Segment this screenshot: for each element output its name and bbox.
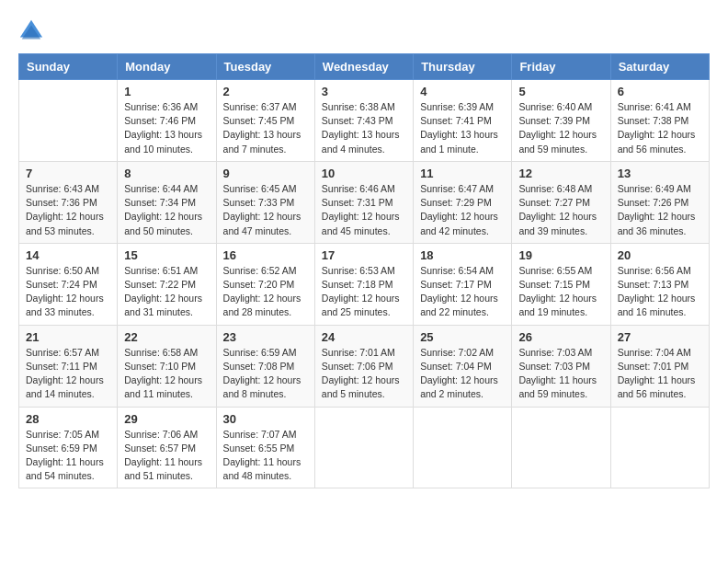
day-number: 26: [518, 330, 603, 344]
day-cell: 23Sunrise: 6:59 AMSunset: 7:08 PMDayligh…: [216, 325, 314, 407]
day-info: Sunrise: 7:04 AMSunset: 7:01 PMDaylight:…: [618, 346, 702, 402]
day-number: 8: [124, 167, 209, 180]
day-cell: 29Sunrise: 7:06 AMSunset: 6:57 PMDayligh…: [118, 407, 216, 488]
day-cell: 28Sunrise: 7:05 AMSunset: 6:59 PMDayligh…: [19, 407, 118, 488]
day-number: 1: [124, 85, 209, 98]
day-number: 21: [26, 330, 110, 344]
week-row-1: 1Sunrise: 6:36 AMSunset: 7:46 PMDaylight…: [19, 80, 710, 162]
day-cell: 8Sunrise: 6:44 AMSunset: 7:34 PMDaylight…: [118, 161, 216, 243]
day-info: Sunrise: 7:01 AMSunset: 7:06 PMDaylight:…: [322, 346, 406, 402]
day-cell: 12Sunrise: 6:48 AMSunset: 7:27 PMDayligh…: [512, 161, 610, 243]
day-cell: 17Sunrise: 6:53 AMSunset: 7:18 PMDayligh…: [314, 243, 413, 325]
day-number: 27: [618, 330, 702, 344]
day-info: Sunrise: 6:40 AMSunset: 7:39 PMDaylight:…: [518, 100, 603, 156]
day-number: 22: [124, 330, 209, 344]
day-cell: 13Sunrise: 6:49 AMSunset: 7:26 PMDayligh…: [610, 161, 709, 243]
day-info: Sunrise: 6:37 AMSunset: 7:45 PMDaylight:…: [223, 100, 308, 156]
day-cell: [414, 407, 512, 488]
day-info: Sunrise: 6:45 AMSunset: 7:33 PMDaylight:…: [223, 182, 308, 238]
day-info: Sunrise: 7:03 AMSunset: 7:03 PMDaylight:…: [518, 346, 603, 402]
day-info: Sunrise: 7:05 AMSunset: 6:59 PMDaylight:…: [26, 428, 110, 484]
weekday-row: SundayMondayTuesdayWednesdayThursdayFrid…: [19, 54, 710, 80]
day-cell: [314, 407, 413, 488]
day-cell: 10Sunrise: 6:46 AMSunset: 7:31 PMDayligh…: [314, 161, 413, 243]
weekday-header-thursday: Thursday: [414, 54, 512, 80]
day-number: 3: [322, 85, 406, 98]
week-row-2: 7Sunrise: 6:43 AMSunset: 7:36 PMDaylight…: [19, 161, 710, 243]
day-cell: 21Sunrise: 6:57 AMSunset: 7:11 PMDayligh…: [19, 325, 118, 407]
day-cell: 1Sunrise: 6:36 AMSunset: 7:46 PMDaylight…: [118, 80, 216, 162]
day-cell: 5Sunrise: 6:40 AMSunset: 7:39 PMDaylight…: [512, 80, 610, 162]
weekday-header-monday: Monday: [118, 54, 216, 80]
day-cell: [19, 80, 118, 162]
day-cell: 9Sunrise: 6:45 AMSunset: 7:33 PMDaylight…: [216, 161, 314, 243]
day-number: 16: [223, 248, 308, 262]
day-number: 5: [518, 85, 603, 98]
day-info: Sunrise: 6:53 AMSunset: 7:18 PMDaylight:…: [322, 264, 406, 320]
day-info: Sunrise: 6:59 AMSunset: 7:08 PMDaylight:…: [223, 346, 308, 402]
day-info: Sunrise: 6:36 AMSunset: 7:46 PMDaylight:…: [124, 100, 209, 156]
weekday-header-tuesday: Tuesday: [216, 54, 314, 80]
week-row-5: 28Sunrise: 7:05 AMSunset: 6:59 PMDayligh…: [19, 407, 710, 488]
day-number: 24: [322, 330, 406, 344]
logo-icon: [18, 18, 44, 44]
day-info: Sunrise: 6:57 AMSunset: 7:11 PMDaylight:…: [26, 346, 110, 402]
weekday-header-friday: Friday: [512, 54, 610, 80]
day-cell: [512, 407, 610, 488]
weekday-header-saturday: Saturday: [610, 54, 709, 80]
day-cell: 14Sunrise: 6:50 AMSunset: 7:24 PMDayligh…: [19, 243, 118, 325]
day-number: 9: [223, 167, 308, 180]
day-number: 6: [618, 85, 702, 98]
day-info: Sunrise: 6:55 AMSunset: 7:15 PMDaylight:…: [518, 264, 603, 320]
day-info: Sunrise: 6:58 AMSunset: 7:10 PMDaylight:…: [124, 346, 209, 402]
day-info: Sunrise: 7:02 AMSunset: 7:04 PMDaylight:…: [420, 346, 505, 402]
day-info: Sunrise: 6:38 AMSunset: 7:43 PMDaylight:…: [322, 100, 406, 156]
calendar-body: 1Sunrise: 6:36 AMSunset: 7:46 PMDaylight…: [19, 80, 710, 488]
day-cell: 11Sunrise: 6:47 AMSunset: 7:29 PMDayligh…: [414, 161, 512, 243]
day-cell: 20Sunrise: 6:56 AMSunset: 7:13 PMDayligh…: [610, 243, 709, 325]
day-number: 17: [322, 248, 406, 262]
day-info: Sunrise: 6:39 AMSunset: 7:41 PMDaylight:…: [420, 100, 505, 156]
day-cell: 16Sunrise: 6:52 AMSunset: 7:20 PMDayligh…: [216, 243, 314, 325]
day-number: 20: [618, 248, 702, 262]
day-number: 10: [322, 167, 406, 180]
day-cell: 6Sunrise: 6:41 AMSunset: 7:38 PMDaylight…: [610, 80, 709, 162]
week-row-4: 21Sunrise: 6:57 AMSunset: 7:11 PMDayligh…: [19, 325, 710, 407]
header: [18, 18, 710, 44]
day-info: Sunrise: 6:51 AMSunset: 7:22 PMDaylight:…: [124, 264, 209, 320]
day-info: Sunrise: 6:49 AMSunset: 7:26 PMDaylight:…: [618, 182, 702, 238]
day-info: Sunrise: 6:54 AMSunset: 7:17 PMDaylight:…: [420, 264, 505, 320]
day-number: 14: [26, 248, 110, 262]
day-number: 2: [223, 85, 308, 98]
day-info: Sunrise: 6:56 AMSunset: 7:13 PMDaylight:…: [618, 264, 702, 320]
day-info: Sunrise: 6:48 AMSunset: 7:27 PMDaylight:…: [518, 182, 603, 238]
day-cell: [610, 407, 709, 488]
day-info: Sunrise: 6:50 AMSunset: 7:24 PMDaylight:…: [26, 264, 110, 320]
day-number: 11: [420, 167, 505, 180]
weekday-header-sunday: Sunday: [19, 54, 118, 80]
weekday-header-wednesday: Wednesday: [314, 54, 413, 80]
day-number: 19: [518, 248, 603, 262]
day-number: 4: [420, 85, 505, 98]
logo: [18, 18, 48, 44]
day-cell: 15Sunrise: 6:51 AMSunset: 7:22 PMDayligh…: [118, 243, 216, 325]
day-cell: 30Sunrise: 7:07 AMSunset: 6:55 PMDayligh…: [216, 407, 314, 488]
day-number: 18: [420, 248, 505, 262]
day-info: Sunrise: 6:47 AMSunset: 7:29 PMDaylight:…: [420, 182, 505, 238]
day-cell: 4Sunrise: 6:39 AMSunset: 7:41 PMDaylight…: [414, 80, 512, 162]
day-number: 30: [223, 412, 308, 426]
day-info: Sunrise: 6:41 AMSunset: 7:38 PMDaylight:…: [618, 100, 702, 156]
day-number: 13: [618, 167, 702, 180]
day-number: 28: [26, 412, 110, 426]
day-info: Sunrise: 6:46 AMSunset: 7:31 PMDaylight:…: [322, 182, 406, 238]
day-info: Sunrise: 7:07 AMSunset: 6:55 PMDaylight:…: [223, 428, 308, 484]
day-cell: 7Sunrise: 6:43 AMSunset: 7:36 PMDaylight…: [19, 161, 118, 243]
day-number: 23: [223, 330, 308, 344]
day-cell: 18Sunrise: 6:54 AMSunset: 7:17 PMDayligh…: [414, 243, 512, 325]
day-cell: 27Sunrise: 7:04 AMSunset: 7:01 PMDayligh…: [610, 325, 709, 407]
day-cell: 22Sunrise: 6:58 AMSunset: 7:10 PMDayligh…: [118, 325, 216, 407]
day-info: Sunrise: 6:44 AMSunset: 7:34 PMDaylight:…: [124, 182, 209, 238]
day-cell: 3Sunrise: 6:38 AMSunset: 7:43 PMDaylight…: [314, 80, 413, 162]
day-number: 15: [124, 248, 209, 262]
day-number: 7: [26, 167, 110, 180]
